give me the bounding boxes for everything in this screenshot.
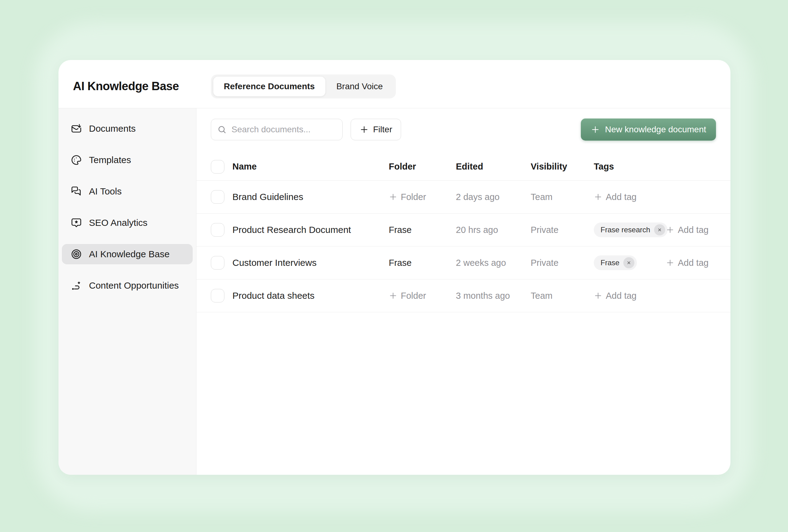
plus-icon bbox=[666, 259, 674, 267]
visibility-value[interactable]: Team bbox=[531, 192, 586, 202]
sidebar-item-label: Templates bbox=[89, 155, 131, 165]
add-tag-button[interactable]: Add tag bbox=[594, 291, 730, 301]
palette-icon bbox=[71, 155, 82, 166]
table-row: Customer Interviews Frase 2 weeks ago Pr… bbox=[196, 246, 730, 279]
document-name[interactable]: Product Research Document bbox=[232, 225, 381, 235]
search-input[interactable] bbox=[232, 125, 336, 135]
sidebar-item-label: Documents bbox=[89, 123, 136, 134]
add-tag-label: Add tag bbox=[606, 291, 636, 301]
filter-button[interactable]: Filter bbox=[351, 119, 401, 140]
documents-table: Name Folder Edited Visibility Tags Brand… bbox=[196, 153, 730, 312]
plus-icon bbox=[591, 125, 600, 134]
add-tag-button[interactable]: Add tag bbox=[666, 258, 709, 268]
remove-tag-button[interactable] bbox=[654, 224, 665, 236]
route-star-icon bbox=[71, 280, 82, 291]
sidebar-item-ai-tools[interactable]: AI Tools bbox=[62, 181, 193, 202]
add-tag-button[interactable]: Add tag bbox=[594, 192, 730, 202]
add-tag-button[interactable]: Add tag bbox=[666, 225, 709, 235]
add-folder-label: Folder bbox=[401, 192, 426, 202]
table-row: Product data sheets Folder 3 months ago … bbox=[196, 279, 730, 312]
tag-pill: Frase bbox=[594, 255, 637, 270]
tab-brand-voice[interactable]: Brand Voice bbox=[326, 77, 393, 96]
tag-label: Frase research bbox=[600, 226, 650, 234]
folder-value[interactable]: Frase bbox=[389, 225, 448, 235]
target-icon bbox=[71, 249, 82, 260]
badge-star-icon bbox=[71, 217, 82, 228]
tab-reference-documents[interactable]: Reference Documents bbox=[213, 77, 326, 96]
edited-value: 2 days ago bbox=[456, 192, 523, 202]
app-header: AI Knowledge Base Reference Documents Br… bbox=[58, 60, 730, 108]
edited-value: 3 months ago bbox=[456, 291, 523, 301]
sidebar-item-label: AI Knowledge Base bbox=[89, 249, 170, 259]
document-name[interactable]: Customer Interviews bbox=[232, 258, 381, 268]
row-checkbox[interactable] bbox=[211, 256, 224, 269]
edited-value: 2 weeks ago bbox=[456, 258, 523, 268]
mail-download-icon bbox=[71, 123, 82, 134]
add-folder-button[interactable]: Folder bbox=[389, 291, 448, 301]
search-box bbox=[211, 119, 342, 140]
plus-icon bbox=[666, 226, 674, 234]
plus-icon bbox=[594, 291, 603, 300]
sidebar-item-templates[interactable]: Templates bbox=[62, 150, 193, 170]
filter-button-label: Filter bbox=[373, 125, 392, 135]
column-header-folder: Folder bbox=[389, 162, 448, 172]
add-tag-label: Add tag bbox=[678, 258, 709, 268]
sidebar-item-label: SEO Analytics bbox=[89, 218, 147, 228]
column-header-tags: Tags bbox=[594, 162, 730, 172]
sidebar: Documents Templates AI Tools SEO Analyti… bbox=[58, 108, 196, 475]
table-row: Brand Guidelines Folder 2 days ago Team … bbox=[196, 181, 730, 213]
folder-value[interactable]: Frase bbox=[389, 258, 448, 268]
tags-cell: Frase research Add tag bbox=[594, 223, 730, 237]
add-folder-label: Folder bbox=[401, 291, 426, 301]
add-folder-button[interactable]: Folder bbox=[389, 192, 448, 202]
column-header-visibility: Visibility bbox=[531, 162, 586, 172]
new-knowledge-document-button[interactable]: New knowledge document bbox=[581, 119, 716, 141]
visibility-value[interactable]: Private bbox=[531, 225, 586, 235]
table-header-row: Name Folder Edited Visibility Tags bbox=[196, 153, 730, 181]
row-checkbox[interactable] bbox=[211, 289, 224, 303]
document-name[interactable]: Brand Guidelines bbox=[232, 192, 381, 202]
sidebar-item-label: Content Opportunities bbox=[89, 280, 179, 291]
tag-zone: Frase research bbox=[594, 223, 666, 237]
tab-bar: Reference Documents Brand Voice bbox=[211, 75, 396, 99]
row-checkbox[interactable] bbox=[211, 190, 224, 204]
page-title: AI Knowledge Base bbox=[73, 80, 179, 93]
close-icon bbox=[657, 228, 662, 232]
visibility-value[interactable]: Private bbox=[531, 258, 586, 268]
plus-icon bbox=[594, 192, 603, 201]
search-icon bbox=[217, 125, 226, 134]
visibility-value[interactable]: Team bbox=[531, 291, 586, 301]
toolbar: Filter New knowledge document bbox=[211, 119, 716, 141]
column-header-edited: Edited bbox=[456, 162, 523, 172]
chat-bubbles-icon bbox=[71, 186, 82, 197]
sidebar-item-content-opportunities[interactable]: Content Opportunities bbox=[62, 275, 193, 296]
row-checkbox[interactable] bbox=[211, 223, 224, 237]
add-tag-label: Add tag bbox=[678, 225, 709, 235]
add-tag-label: Add tag bbox=[606, 192, 636, 202]
tag-zone: Frase bbox=[594, 255, 666, 270]
sidebar-item-label: AI Tools bbox=[89, 186, 122, 197]
sidebar-item-documents[interactable]: Documents bbox=[62, 119, 193, 139]
tags-cell: Frase Add tag bbox=[594, 255, 730, 270]
document-name[interactable]: Product data sheets bbox=[232, 290, 381, 301]
plus-icon bbox=[389, 192, 397, 201]
tag-label: Frase bbox=[600, 259, 619, 267]
sidebar-item-ai-knowledge-base[interactable]: AI Knowledge Base bbox=[62, 244, 193, 264]
select-all-checkbox[interactable] bbox=[211, 160, 224, 173]
new-knowledge-document-label: New knowledge document bbox=[605, 125, 706, 135]
remove-tag-button[interactable] bbox=[623, 257, 634, 268]
plus-icon bbox=[359, 125, 369, 134]
tag-pill: Frase research bbox=[594, 223, 668, 237]
sidebar-item-seo-analytics[interactable]: SEO Analytics bbox=[62, 212, 193, 233]
main-content: Filter New knowledge document Name Folde… bbox=[196, 108, 730, 475]
column-header-name: Name bbox=[232, 162, 381, 172]
table-row: Product Research Document Frase 20 hrs a… bbox=[196, 213, 730, 246]
close-icon bbox=[627, 261, 631, 265]
app-window: AI Knowledge Base Reference Documents Br… bbox=[58, 60, 730, 475]
plus-icon bbox=[389, 291, 397, 300]
edited-value: 20 hrs ago bbox=[456, 225, 523, 235]
